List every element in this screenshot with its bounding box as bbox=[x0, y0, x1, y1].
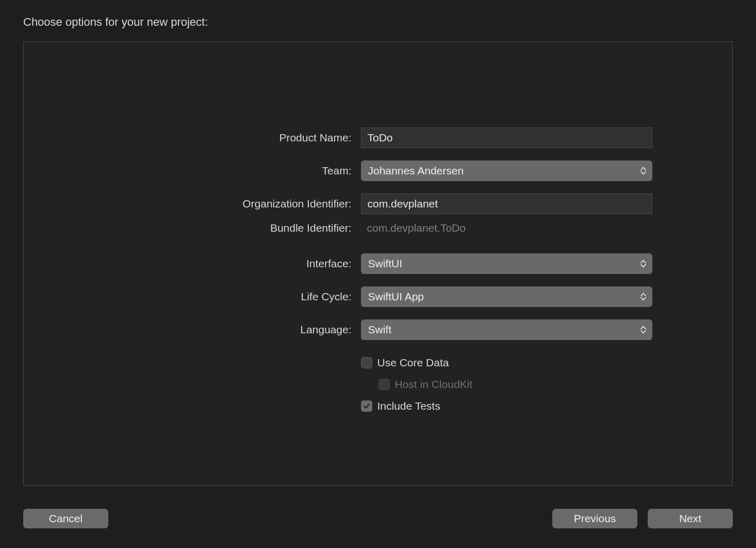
product-name-input[interactable] bbox=[361, 127, 652, 148]
bundle-identifier-label: Bundle Identifier: bbox=[104, 215, 352, 241]
page-title: Choose options for your new project: bbox=[23, 0, 733, 41]
checkmark-icon bbox=[363, 402, 370, 410]
options-form: Product Name: Team: Johannes Andersen bbox=[104, 127, 652, 417]
interface-label: Interface: bbox=[104, 253, 352, 275]
options-panel: Product Name: Team: Johannes Andersen bbox=[23, 41, 733, 486]
host-in-cloudkit-checkbox bbox=[379, 379, 390, 390]
use-core-data-label: Use Core Data bbox=[377, 357, 449, 369]
language-label: Language: bbox=[104, 319, 352, 341]
interface-popup-value: SwiftUI bbox=[368, 257, 403, 270]
language-popup[interactable]: Swift bbox=[361, 319, 652, 340]
updown-arrows-icon bbox=[640, 293, 646, 301]
product-name-label: Product Name: bbox=[104, 127, 352, 149]
include-tests-checkbox[interactable] bbox=[361, 400, 372, 412]
team-popup-value: Johannes Andersen bbox=[368, 165, 464, 177]
previous-button[interactable]: Previous bbox=[552, 509, 637, 528]
footer: Cancel Previous Next bbox=[23, 486, 733, 548]
updown-arrows-icon bbox=[640, 167, 646, 175]
host-in-cloudkit-label: Host in CloudKit bbox=[395, 378, 473, 391]
include-tests-label: Include Tests bbox=[377, 400, 440, 412]
interface-popup[interactable]: SwiftUI bbox=[361, 253, 652, 274]
updown-arrows-icon bbox=[640, 326, 646, 334]
team-label: Team: bbox=[104, 160, 352, 182]
organization-identifier-input[interactable] bbox=[361, 194, 652, 214]
life-cycle-label: Life Cycle: bbox=[104, 286, 352, 308]
new-project-options-window: Choose options for your new project: Pro… bbox=[0, 0, 756, 548]
updown-arrows-icon bbox=[640, 260, 646, 268]
next-button[interactable]: Next bbox=[648, 509, 733, 528]
life-cycle-popup-value: SwiftUI App bbox=[368, 291, 424, 303]
language-popup-value: Swift bbox=[368, 324, 392, 336]
cancel-button[interactable]: Cancel bbox=[23, 509, 108, 528]
life-cycle-popup[interactable]: SwiftUI App bbox=[361, 286, 652, 307]
team-popup[interactable]: Johannes Andersen bbox=[361, 160, 652, 181]
organization-identifier-label: Organization Identifier: bbox=[104, 193, 352, 215]
use-core-data-checkbox[interactable] bbox=[361, 357, 372, 368]
bundle-identifier-value: com.devplanet.ToDo bbox=[361, 215, 466, 241]
